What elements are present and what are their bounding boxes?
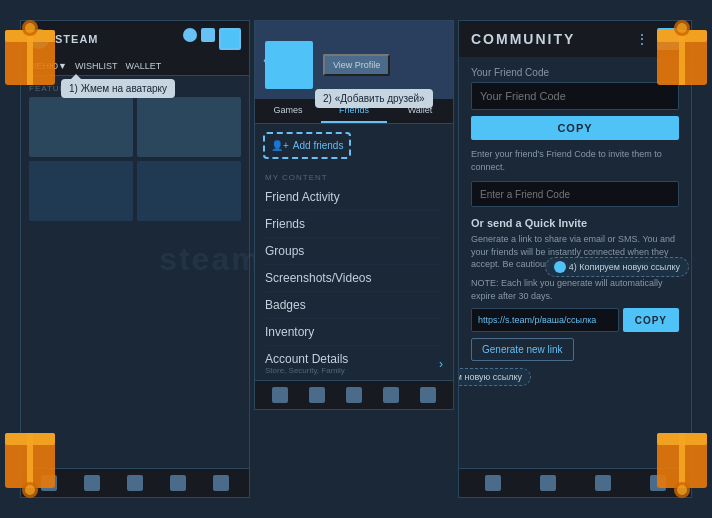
annotation-4: 4) Копируем новую ссылку (545, 257, 689, 277)
menu-item-inventory[interactable]: Inventory (265, 319, 443, 346)
invite-description: Enter your friend's Friend Code to invit… (471, 148, 679, 173)
list-icon[interactable] (84, 475, 100, 491)
menu-item-screenshots[interactable]: Screenshots/Videos (265, 265, 443, 292)
menu-icon[interactable] (213, 475, 229, 491)
tooltip-click-avatar: 1) Жмем на аватарку (61, 79, 175, 98)
generate-new-link-button[interactable]: Generate new link (471, 338, 574, 361)
link-row: COPY (471, 308, 679, 332)
main-container: STEAM 1) Жмем на аватарку МЕНЮ▼ WISHLIST… (20, 20, 692, 498)
community-avatar[interactable] (657, 28, 679, 50)
menu-items-list: Friend Activity Friends Groups Screensho… (255, 184, 453, 409)
account-label: Account Details (265, 352, 348, 366)
back-arrow-icon[interactable]: ‹ (263, 51, 268, 69)
bell-icon[interactable] (170, 475, 186, 491)
profile-dropdown-panel: ‹ View Profile 2) «Добавить друзей» Game… (254, 20, 454, 498)
nav-wishlist[interactable]: WISHLIST (75, 61, 118, 71)
friend-code-input[interactable] (471, 82, 679, 110)
community-panel: COMMUNITY ⋮ Your Friend Code COPY Enter … (458, 20, 692, 498)
featured-grid (21, 97, 249, 221)
more-options-icon[interactable] (201, 28, 215, 42)
left-content-area: FEATURED & RECOMMENDED (21, 76, 249, 468)
friend-code-label: Your Friend Code (471, 67, 679, 78)
shield-icon[interactable] (127, 475, 143, 491)
account-sub: Store, Security, Family (265, 366, 348, 375)
bell-icon-right[interactable] (650, 475, 666, 491)
community-content: Your Friend Code COPY Enter your friend'… (459, 57, 691, 468)
steam-client-panel: STEAM 1) Жмем на аватарку МЕНЮ▼ WISHLIST… (20, 20, 250, 498)
view-profile-button[interactable]: View Profile (323, 54, 390, 76)
add-friends-label: Add friends (293, 140, 344, 151)
profile-section: View Profile (255, 21, 453, 99)
enter-friend-code-input[interactable] (471, 181, 679, 207)
copy-link-button[interactable]: COPY (623, 308, 679, 332)
featured-thumb-1 (29, 97, 133, 157)
copy-friend-code-button[interactable]: COPY (471, 116, 679, 140)
chevron-right-icon: › (439, 357, 443, 371)
tag-icon-right[interactable] (485, 475, 501, 491)
shield-icon-right[interactable] (595, 475, 611, 491)
nav-wallet[interactable]: WALLET (126, 61, 162, 71)
middle-bottom-nav (255, 380, 453, 409)
community-header: COMMUNITY ⋮ (459, 21, 691, 57)
tooltip-add-friends: 2) «Добавить друзей» (315, 89, 433, 108)
profile-avatar (265, 41, 313, 89)
search-icon[interactable] (183, 28, 197, 42)
dropdown-overlay: ‹ View Profile 2) «Добавить друзей» Game… (254, 20, 454, 410)
steam-title: STEAM (55, 33, 99, 45)
tab-games[interactable]: Games (255, 99, 321, 123)
featured-thumb-2 (137, 97, 241, 157)
community-title: COMMUNITY (471, 31, 575, 47)
featured-thumb-4 (137, 161, 241, 221)
community-bottom-nav (459, 468, 691, 497)
annotation-3: 3) Создаем новую ссылку (459, 368, 531, 386)
tag-icon[interactable] (41, 475, 57, 491)
tag-icon-mid[interactable] (272, 387, 288, 403)
note-text: NOTE: Each link you generate will automa… (471, 277, 679, 302)
avatar[interactable] (219, 28, 241, 50)
bell-icon-mid[interactable] (383, 387, 399, 403)
quick-invite-title: Or send a Quick Invite (471, 217, 679, 229)
list-icon-mid[interactable] (309, 387, 325, 403)
left-bottom-nav (21, 468, 249, 497)
featured-thumb-3 (29, 161, 133, 221)
steam-nav-bar: МЕНЮ▼ WISHLIST WALLET (21, 57, 249, 76)
menu-item-friends[interactable]: Friends (265, 211, 443, 238)
steam-nav-icons (183, 28, 241, 50)
menu-icon-mid[interactable] (420, 387, 436, 403)
steam-header: STEAM (21, 21, 249, 57)
steam-logo-icon (29, 29, 49, 49)
list-icon-right[interactable] (540, 475, 556, 491)
my-content-label: MY CONTENT (255, 167, 453, 184)
nav-menu[interactable]: МЕНЮ▼ (29, 61, 67, 71)
shield-icon-mid[interactable] (346, 387, 362, 403)
menu-item-friend-activity[interactable]: Friend Activity (265, 184, 443, 211)
invite-link-input[interactable] (471, 308, 619, 332)
check-circle-icon (554, 261, 566, 273)
community-more-icon[interactable]: ⋮ (635, 31, 649, 47)
add-friends-icon: 👤+ (271, 140, 289, 151)
add-friends-button[interactable]: 👤+ Add friends (263, 132, 351, 159)
menu-item-account[interactable]: Account Details Store, Security, Family … (265, 346, 443, 382)
annotation-4-text: 4) Копируем новую ссылку (569, 262, 680, 272)
menu-item-groups[interactable]: Groups (265, 238, 443, 265)
menu-item-badges[interactable]: Badges (265, 292, 443, 319)
